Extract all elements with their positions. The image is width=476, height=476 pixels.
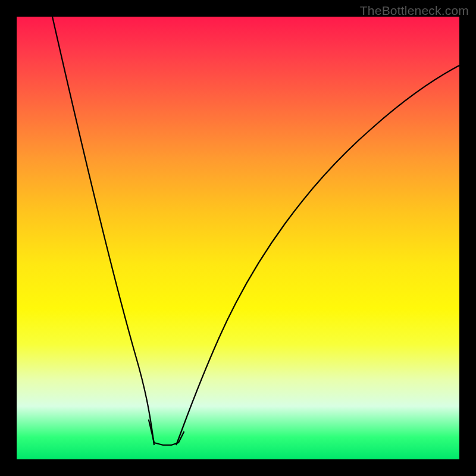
watermark-text: TheBottleneck.com — [360, 4, 469, 18]
plot-area — [17, 17, 459, 459]
bottom-marker — [149, 420, 184, 445]
curve-left — [52, 17, 154, 445]
curve-right — [176, 65, 459, 445]
chart-canvas — [17, 17, 459, 459]
